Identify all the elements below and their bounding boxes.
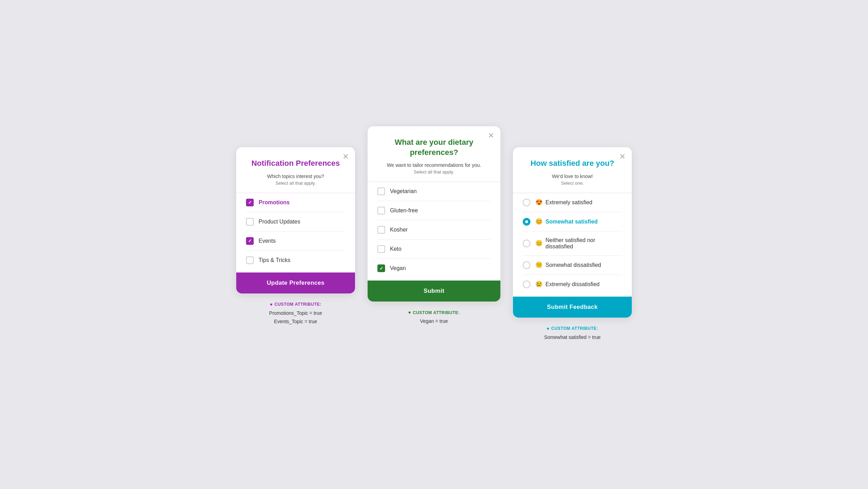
check-icon: ✓ (248, 200, 252, 205)
checkbox-keto[interactable]: Keto (377, 240, 491, 259)
radio-circle-extremely-dissatisfied[interactable] (523, 281, 530, 288)
checkbox-kosher[interactable]: Kosher (377, 220, 491, 240)
emoji-extremely-dissatisfied: 😢 (535, 281, 543, 288)
card1-attr-value-1: Promotions_Topic = true (269, 309, 322, 318)
checkbox-gluten-free[interactable]: Gluten-free (377, 201, 491, 220)
checkbox-gluten-free-label: Gluten-free (390, 207, 418, 214)
radio-somewhat-satisfied[interactable]: 😊 Somewhat satisfied (523, 212, 622, 232)
checkbox-events-label: Events (259, 238, 276, 244)
radio-label-neither: 😐 Neither satisfied nor dissatisfied (535, 237, 622, 250)
close-button-3[interactable]: ✕ (619, 153, 625, 161)
checkbox-kosher-box[interactable] (377, 226, 385, 234)
radio-label-somewhat-satisfied: 😊 Somewhat satisfied (535, 218, 598, 225)
dietary-card-wrapper: ✕ What are your dietary preferences? We … (368, 147, 500, 326)
satisfaction-card-wrapper: ✕ How satisfied are you? We'd love to kn… (513, 147, 632, 341)
radio-circle-somewhat-dissatisfied[interactable] (523, 261, 530, 269)
checkbox-tips[interactable]: Tips & Tricks (246, 251, 345, 270)
card1-scroll: Notification Preferences Which topics in… (236, 147, 355, 270)
card1-attr-value-2: Events_Topic = true (269, 318, 322, 326)
checkbox-vegan[interactable]: ✓ Vegan (377, 259, 491, 278)
radio-extremely-satisfied[interactable]: 😍 Extremely satisfied (523, 193, 622, 212)
checkbox-tips-box[interactable] (246, 256, 254, 264)
card3-subtitle: We'd love to know! (523, 173, 622, 179)
dietary-card: ✕ What are your dietary preferences? We … (368, 126, 500, 302)
checkbox-vegan-label: Vegan (390, 265, 406, 271)
emoji-neither: 😐 (535, 240, 543, 247)
card1-custom-attr-title: ♥ CUSTOM ATTRIBUTE: (269, 302, 322, 307)
submit-feedback-button[interactable]: Submit Feedback (513, 297, 632, 318)
card3-instruction: Select one. (523, 180, 622, 186)
radio-circle-neither[interactable] (523, 240, 530, 247)
heart-icon-1: ♥ (270, 302, 273, 307)
radio-label-extremely-satisfied: 😍 Extremely satisfied (535, 199, 592, 206)
checkbox-vegetarian-label: Vegetarian (390, 188, 417, 194)
card1-subtitle: Which topics interest you? (246, 173, 345, 179)
card1-title: Notification Preferences (246, 158, 345, 169)
checkbox-promotions-box[interactable]: ✓ (246, 199, 254, 206)
heart-icon-3: ♥ (547, 326, 549, 331)
card3-title: How satisfied are you? (523, 158, 622, 169)
satisfaction-card: ✕ How satisfied are you? We'd love to kn… (513, 147, 632, 318)
card3-attr-value-1: Somewhat satisfied = true (544, 333, 600, 342)
checkbox-promotions-label: Promotions (259, 199, 290, 206)
checkbox-keto-label: Keto (390, 246, 402, 252)
card3-scroll: How satisfied are you? We'd love to know… (513, 147, 632, 294)
card2-custom-attr: ♥ CUSTOM ATTRIBUTE: Vegan = true (408, 310, 460, 326)
checkbox-events[interactable]: ✓ Events (246, 232, 345, 251)
checkbox-product-updates-box[interactable] (246, 218, 254, 226)
emoji-somewhat-satisfied: 😊 (535, 218, 543, 225)
checkbox-tips-label: Tips & Tricks (259, 257, 290, 263)
radio-somewhat-dissatisfied[interactable]: 😕 Somewhat dissatisfied (523, 256, 622, 275)
checkbox-gluten-free-box[interactable] (377, 207, 385, 214)
emoji-extremely-satisfied: 😍 (535, 199, 543, 206)
radio-circle-extremely-satisfied[interactable] (523, 199, 530, 206)
close-button-2[interactable]: ✕ (488, 132, 494, 140)
card3-custom-attr-title: ♥ CUSTOM ATTRIBUTE: (544, 326, 600, 331)
radio-label-somewhat-dissatisfied: 😕 Somewhat dissatisfied (535, 261, 601, 269)
checkbox-keto-box[interactable] (377, 245, 385, 253)
radio-circle-somewhat-satisfied[interactable] (523, 218, 530, 226)
card1-instruction: Select all that apply. (246, 180, 345, 186)
submit-dietary-button[interactable]: Submit (368, 281, 500, 302)
notification-card-wrapper: ✕ Notification Preferences Which topics … (236, 147, 355, 326)
card2-scroll: What are your dietary preferences? We wa… (368, 126, 500, 278)
radio-extremely-dissatisfied[interactable]: 😢 Extremely dissatisfied (523, 275, 622, 294)
checkbox-product-updates-label: Product Updates (259, 219, 300, 225)
card2-title: What are your dietary preferences? (377, 137, 491, 157)
page-container: ✕ Notification Preferences Which topics … (224, 147, 644, 341)
checkbox-events-box[interactable]: ✓ (246, 237, 254, 245)
card2-attr-value-1: Vegan = true (408, 317, 460, 326)
checkbox-promotions[interactable]: ✓ Promotions (246, 193, 345, 212)
checkbox-kosher-label: Kosher (390, 227, 408, 233)
checkbox-product-updates[interactable]: Product Updates (246, 212, 345, 232)
checkbox-vegetarian-box[interactable] (377, 187, 385, 195)
card2-subtitle: We want to tailor recommendations for yo… (377, 162, 491, 168)
emoji-somewhat-dissatisfied: 😕 (535, 261, 543, 269)
check-icon-vegan: ✓ (379, 266, 383, 271)
radio-neither[interactable]: 😐 Neither satisfied nor dissatisfied (523, 232, 622, 256)
checkbox-vegetarian[interactable]: Vegetarian (377, 182, 491, 201)
check-icon-events: ✓ (248, 238, 252, 243)
card2-custom-attr-title: ♥ CUSTOM ATTRIBUTE: (408, 310, 460, 315)
card3-custom-attr: ♥ CUSTOM ATTRIBUTE: Somewhat satisfied =… (544, 326, 600, 342)
notification-card: ✕ Notification Preferences Which topics … (236, 147, 355, 293)
heart-icon-2: ♥ (408, 310, 411, 315)
update-preferences-button[interactable]: Update Preferences (236, 272, 355, 293)
close-button-1[interactable]: ✕ (342, 153, 349, 161)
checkbox-vegan-box[interactable]: ✓ (377, 264, 385, 272)
card1-custom-attr: ♥ CUSTOM ATTRIBUTE: Promotions_Topic = t… (269, 302, 322, 326)
radio-label-extremely-dissatisfied: 😢 Extremely dissatisfied (535, 281, 600, 288)
card2-instruction: Select all that apply. (377, 169, 491, 175)
